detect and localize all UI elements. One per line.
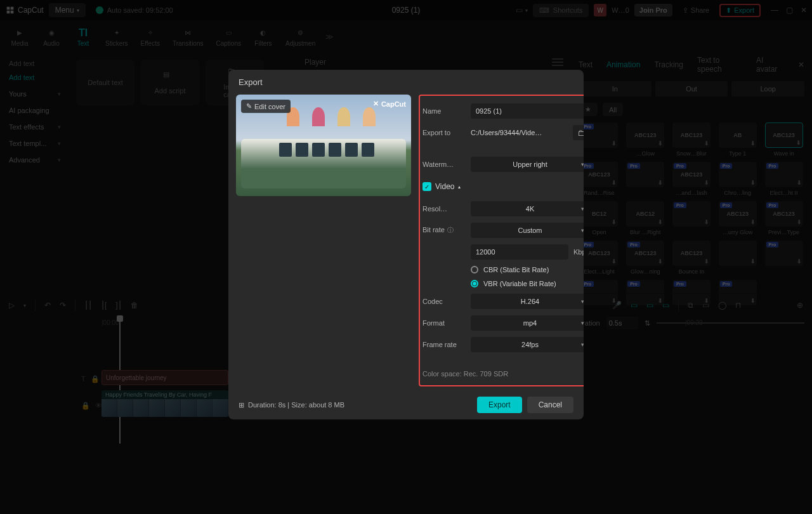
- help-icon[interactable]: ⓘ: [447, 227, 454, 234]
- cbr-radio-row[interactable]: CBR (Static Bit Rate): [422, 266, 584, 273]
- resolution-select[interactable]: 4K▾: [471, 201, 584, 216]
- format-select[interactable]: mp4▾: [471, 315, 584, 331]
- modal-overlay: Export ✎Edit cover ✕CapCut: [0, 0, 812, 514]
- bitrate-mode-select[interactable]: Custom▾: [471, 223, 584, 238]
- export-info: ⊞Duration: 8s | Size: about 8 MB: [239, 401, 344, 409]
- watermark-label: Waterm…: [422, 161, 464, 168]
- export-confirm-button[interactable]: Export: [477, 397, 522, 413]
- watermark-badge: ✕CapCut: [373, 100, 406, 108]
- format-label: Format: [422, 319, 464, 327]
- film-icon: ⊞: [239, 401, 244, 409]
- bitrate-unit: Kbps: [573, 248, 584, 256]
- browse-folder-button[interactable]: 🗀: [573, 125, 584, 140]
- codec-label: Codec: [422, 298, 464, 305]
- framerate-label: Frame rate: [422, 341, 464, 348]
- bitrate-input[interactable]: [471, 244, 568, 260]
- pencil-icon: ✎: [246, 102, 252, 110]
- export-preview: ✎Edit cover ✕CapCut: [236, 95, 411, 196]
- name-label: Name: [422, 107, 464, 115]
- export-modal-title: Export: [228, 70, 584, 95]
- export-modal: Export ✎Edit cover ✕CapCut: [228, 70, 584, 419]
- video-checkbox[interactable]: ✓: [422, 182, 431, 191]
- bitrate-label: Bit rateⓘ: [422, 226, 464, 235]
- edit-cover-button[interactable]: ✎Edit cover: [241, 100, 291, 113]
- codec-select[interactable]: H.264▾: [471, 294, 584, 309]
- vbr-radio-row[interactable]: VBR (Variable Bit Rate): [422, 280, 584, 287]
- watermark-select[interactable]: Upper right▾: [471, 157, 584, 172]
- exportto-label: Export to: [422, 129, 464, 136]
- color-space-label: Color space: Rec. 709 SDR: [422, 370, 584, 378]
- export-cancel-button[interactable]: Cancel: [527, 397, 573, 413]
- resolution-label: Resol…: [422, 205, 464, 213]
- export-path: C:/Users/93444/Vide…: [471, 125, 573, 140]
- video-section-label: Video: [435, 182, 454, 191]
- export-settings: Name Export to C:/Users/93444/Vide… 🗀 Wa…: [419, 95, 584, 386]
- folder-icon: 🗀: [577, 128, 584, 138]
- framerate-select[interactable]: 24fps▾: [471, 337, 584, 352]
- name-input[interactable]: [471, 103, 584, 119]
